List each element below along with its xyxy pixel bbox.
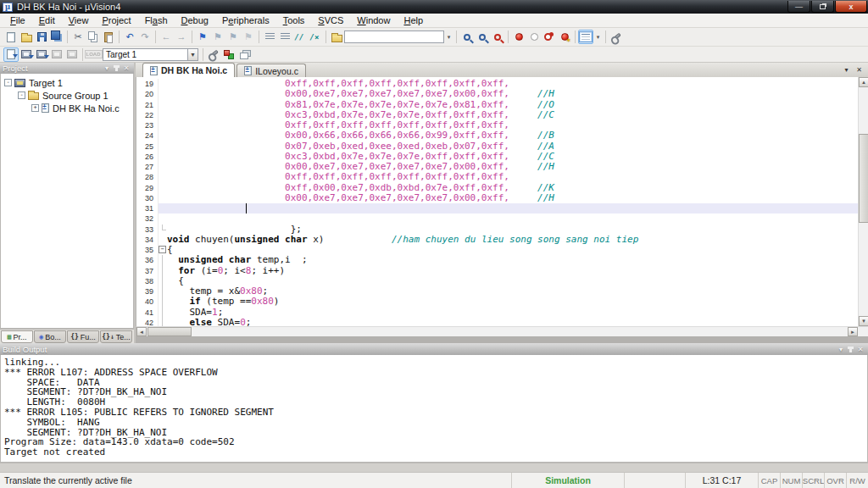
tree-toggle-icon[interactable]: -: [18, 92, 25, 99]
tree-toggle-icon[interactable]: +: [31, 104, 39, 112]
build-icon[interactable]: [19, 47, 34, 62]
comment-icon[interactable]: //: [292, 30, 308, 44]
editor-tab-iloveyou-c[interactable]: ILoveyou.c: [236, 64, 306, 77]
code-text[interactable]: void chuyen(unsigned char x) //ham chuye…: [167, 235, 858, 245]
pin-icon[interactable]: [849, 347, 852, 352]
navigate-forward-icon[interactable]: →: [174, 30, 189, 44]
menu-file[interactable]: File: [3, 14, 32, 27]
outdent-icon[interactable]: [277, 30, 292, 44]
horizontal-scroll-thumb[interactable]: [147, 327, 192, 336]
memory-window-icon[interactable]: [578, 30, 593, 44]
tree-item-source-group-1[interactable]: -Source Group 1: [1, 89, 133, 102]
cut-icon[interactable]: ✂: [70, 30, 86, 44]
templates-tab[interactable]: {}↓Te...: [100, 330, 132, 343]
tree-toggle-icon[interactable]: -: [4, 79, 12, 86]
uncomment-icon[interactable]: /×: [308, 30, 323, 44]
options-for-target-icon[interactable]: [206, 47, 221, 62]
close-tab-icon[interactable]: ✕: [854, 64, 865, 75]
vertical-scroll-thumb[interactable]: [859, 134, 868, 223]
save-icon[interactable]: [34, 30, 49, 44]
find-in-files-folder-icon[interactable]: [329, 30, 344, 44]
disable-breakpoint-icon[interactable]: [526, 30, 542, 44]
tree-item-target-1[interactable]: -Target 1: [1, 76, 133, 89]
pin-icon[interactable]: [115, 65, 118, 71]
menu-project[interactable]: Project: [95, 14, 137, 27]
next-bookmark-icon[interactable]: ⚑: [225, 30, 241, 44]
editor-horizontal-scrollbar[interactable]: ◄ ►: [136, 326, 868, 336]
redo-icon[interactable]: ↷: [137, 30, 153, 44]
search-input[interactable]: [344, 30, 444, 43]
rebuild-icon[interactable]: [34, 47, 49, 62]
menu-svcs[interactable]: SVCS: [311, 14, 350, 27]
open-icon[interactable]: [19, 30, 34, 44]
menu-edit[interactable]: Edit: [32, 14, 62, 27]
project-tab[interactable]: ▦Pr...: [1, 330, 33, 343]
panel-menu-icon[interactable]: ▾: [102, 64, 112, 73]
clear-bookmarks-icon[interactable]: ⚑: [241, 30, 256, 44]
kill-all-breakpoints-icon[interactable]: [557, 30, 572, 44]
prev-bookmark-icon[interactable]: ⚑: [210, 30, 225, 44]
menu-flash[interactable]: Flash: [138, 14, 175, 27]
fold-column: [159, 297, 167, 307]
functions-tab[interactable]: {}Fu...: [67, 330, 99, 343]
configure-icon[interactable]: [609, 30, 624, 44]
tab-list-dropdown-icon[interactable]: ▾: [841, 64, 852, 75]
navigate-back-icon[interactable]: ←: [159, 30, 174, 44]
editor-tab-dh-bk-ha-noi-c[interactable]: DH BK Ha Noi.c: [142, 63, 235, 77]
insert-breakpoint-icon[interactable]: [511, 30, 526, 44]
find-in-files-icon[interactable]: [459, 30, 475, 44]
editor-vertical-scrollbar[interactable]: ▲ ▼: [858, 77, 868, 326]
file-extensions-icon[interactable]: [236, 47, 252, 62]
menu-window[interactable]: Window: [350, 14, 397, 27]
menu-view[interactable]: View: [62, 14, 96, 27]
code-text[interactable]: SDA=1;: [167, 308, 858, 318]
books-tab[interactable]: ◉Bo...: [34, 330, 66, 343]
code-area[interactable]: 19 0xff,0xff,0xff,0xff,0xff,0xff,0xff,0x…: [136, 77, 858, 326]
undo-icon[interactable]: ↶: [122, 30, 137, 44]
find-icon[interactable]: [475, 30, 490, 44]
search-history-dropdown[interactable]: ▾: [444, 30, 453, 43]
manage-components-icon[interactable]: [221, 47, 236, 62]
code-text[interactable]: {: [167, 276, 858, 286]
memory-window-dropdown[interactable]: ▾: [593, 30, 603, 43]
code-text[interactable]: [167, 203, 858, 214]
copy-icon[interactable]: [86, 30, 101, 44]
menu-help[interactable]: Help: [397, 14, 430, 27]
close-icon[interactable]: ✕: [121, 64, 131, 73]
paste-icon[interactable]: [101, 30, 116, 44]
enable-disable-breakpoint-icon[interactable]: [542, 30, 557, 44]
code-editor[interactable]: 19 0xff,0xff,0xff,0xff,0xff,0xff,0xff,0x…: [136, 77, 868, 326]
code-text[interactable]: else SDA=0;: [167, 318, 858, 326]
scroll-left-icon[interactable]: ◄: [136, 327, 147, 336]
project-tree[interactable]: -Target 1-Source Group 1+DH BK Ha Noi.c: [0, 74, 134, 329]
panel-menu-icon[interactable]: ▾: [836, 345, 846, 354]
close-button[interactable]: x: [835, 1, 867, 13]
fold-column: [159, 162, 167, 172]
menu-tools[interactable]: Tools: [276, 14, 312, 27]
scroll-up-icon[interactable]: ▲: [859, 77, 868, 87]
toggle-bookmark-icon[interactable]: ⚑: [195, 30, 210, 44]
chevron-down-icon[interactable]: ▼: [187, 48, 198, 61]
menu-peripherals[interactable]: Peripherals: [215, 14, 276, 27]
new-file-icon[interactable]: [3, 30, 19, 44]
code-text[interactable]: 0x00,0xe7,0xe7,0xe7,0xe7,0xe7,0x00,0xff,…: [167, 193, 858, 203]
build-output-content[interactable]: linking...*** ERROR L107: ADDRESS SPACE …: [0, 355, 868, 463]
incremental-find-icon[interactable]: [490, 30, 505, 44]
toolbar-separator: [259, 30, 259, 43]
indent-icon[interactable]: [262, 30, 277, 44]
minimize-button[interactable]: —: [787, 1, 810, 13]
menu-debug[interactable]: Debug: [175, 14, 215, 27]
scroll-right-icon[interactable]: ►: [848, 327, 858, 336]
translate-icon[interactable]: [3, 47, 19, 62]
close-icon[interactable]: ✕: [855, 345, 865, 354]
scroll-down-icon[interactable]: ▼: [859, 316, 868, 326]
fold-collapse-icon[interactable]: −: [159, 246, 166, 253]
indicator-cap: CAP: [758, 473, 780, 488]
save-all-icon[interactable]: [49, 30, 64, 44]
target-select[interactable]: Target 1▼: [103, 48, 198, 61]
code-text[interactable]: if (temp ==0x80): [167, 297, 858, 307]
tree-item-dh-bk-ha-noi-c[interactable]: +DH BK Ha Noi.c: [1, 102, 133, 114]
restore-button[interactable]: [811, 1, 834, 13]
code-text[interactable]: for (i=0; i<8; i++): [167, 266, 858, 276]
build-output-title: Build Output: [3, 345, 47, 354]
